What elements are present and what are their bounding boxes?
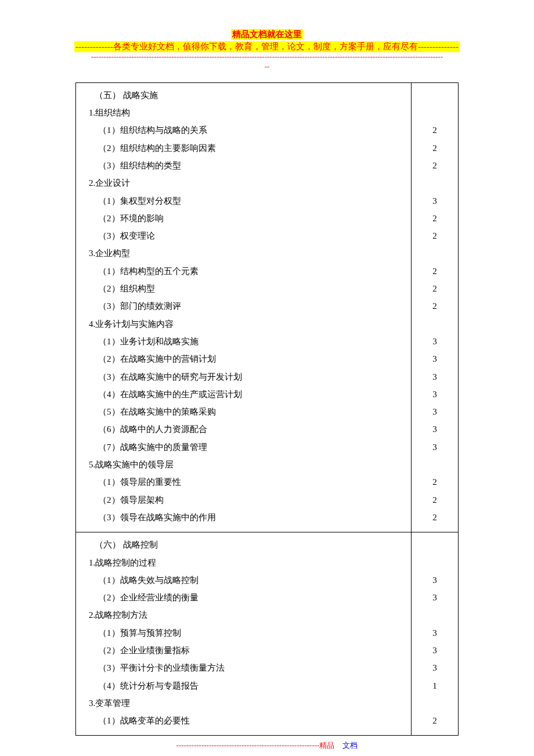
document-footer: ----------------------------------------… bbox=[75, 740, 459, 756]
item-value: 3 bbox=[412, 350, 458, 368]
item-label: （1）集权型对分权型 bbox=[84, 192, 405, 210]
item-value: 2 bbox=[412, 280, 458, 297]
item-value: 2 bbox=[412, 262, 458, 280]
item-label: （2）企业经营业绩的衡量 bbox=[84, 589, 405, 606]
group-title: 3.企业构型 bbox=[84, 244, 405, 262]
item-value: 2 bbox=[412, 157, 458, 174]
item-value: 2 bbox=[412, 473, 458, 491]
item-value: 3 bbox=[412, 624, 458, 642]
section-heading: （六） 战略控制 bbox=[84, 536, 405, 553]
section-content-cell: （五） 战略实施1.组织结构（1）组织结构与战略的关系（2）组织结构的主要影响因… bbox=[76, 82, 412, 532]
group-title: 3.变革管理 bbox=[84, 694, 405, 712]
item-value: 2 bbox=[412, 121, 458, 139]
item-label: （2）环境的影响 bbox=[84, 210, 405, 227]
item-label: （2）组织构型 bbox=[84, 280, 405, 297]
item-value: 3 bbox=[412, 438, 458, 456]
item-value: 3 bbox=[412, 420, 458, 438]
group-title: 5.战略实施中的领导层 bbox=[84, 456, 405, 473]
header-divider-2: -- bbox=[37, 62, 498, 72]
footer-line-1: ----------------------------------------… bbox=[75, 740, 459, 751]
section-content-cell: （六） 战略控制1.战略控制的过程（1）战略失效与战略控制（2）企业经营业绩的衡… bbox=[76, 532, 412, 736]
header-divider: ----------------------------------------… bbox=[37, 52, 498, 62]
item-label: （4）统计分析与专题报告 bbox=[84, 677, 405, 694]
item-value: 3 bbox=[412, 403, 458, 420]
section-number-cell: 33 3331 2 bbox=[412, 532, 459, 736]
footer-jingpin: 精品 bbox=[319, 741, 334, 750]
item-value: 3 bbox=[412, 192, 458, 210]
item-label: （3）在战略实施中的研究与开发计划 bbox=[84, 368, 405, 386]
item-label: （2）企业业绩衡量指标 bbox=[84, 642, 405, 659]
header-title: 精品文档就在这里 bbox=[231, 29, 303, 40]
item-label: （2）组织结构的主要影响因素 bbox=[84, 139, 405, 157]
item-label: （3）平衡计分卡的业绩衡量方法 bbox=[84, 659, 405, 676]
item-label: （2）在战略实施中的营销计划 bbox=[84, 350, 405, 368]
document-page: 精品文档就在这里 -------------各类专业好文档，值得你下载，教育，管… bbox=[0, 0, 534, 756]
item-label: （1）预算与预算控制 bbox=[84, 624, 405, 642]
item-label: （4）在战略实施中的生产或运营计划 bbox=[84, 386, 405, 403]
item-value: 2 bbox=[412, 210, 458, 227]
item-label: （5）在战略实施中的策略采购 bbox=[84, 403, 405, 420]
item-label: （3）组织结构的类型 bbox=[84, 157, 405, 174]
item-value: 3 bbox=[412, 386, 458, 403]
item-label: （1）战略失效与战略控制 bbox=[84, 571, 405, 589]
item-value: 3 bbox=[412, 642, 458, 659]
group-title: 1.战略控制的过程 bbox=[84, 554, 405, 571]
item-value: 2 bbox=[412, 491, 458, 509]
footer-wendang: 文档 bbox=[342, 741, 358, 750]
item-label: （3）权变理论 bbox=[84, 227, 405, 244]
item-label: （1）战略变革的必要性 bbox=[84, 712, 405, 729]
item-value: 3 bbox=[412, 659, 458, 676]
footer-line-2: ----------------------------------------… bbox=[75, 751, 459, 756]
item-label: （1）领导层的重要性 bbox=[84, 473, 405, 491]
item-value: 3 bbox=[412, 589, 458, 606]
section-heading: （五） 战略实施 bbox=[84, 87, 405, 104]
item-label: （7）战略实施中的质量管理 bbox=[84, 438, 405, 456]
item-value: 2 bbox=[412, 712, 458, 729]
item-label: （2）领导层架构 bbox=[84, 491, 405, 509]
group-title: 2.企业设计 bbox=[84, 174, 405, 192]
item-value: 3 bbox=[412, 333, 458, 350]
header-subtitle: -------------各类专业好文档，值得你下载，教育，管理，论文，制度，方… bbox=[74, 41, 460, 52]
item-label: （1）组织结构与战略的关系 bbox=[84, 121, 405, 139]
item-value: 1 bbox=[412, 677, 458, 694]
section-number-cell: 222 322 222 3333333 222 bbox=[412, 82, 459, 532]
item-value: 2 bbox=[412, 509, 458, 526]
item-value: 2 bbox=[412, 297, 458, 315]
item-label: （3）领导在战略实施中的作用 bbox=[84, 509, 405, 526]
content-table: （五） 战略实施1.组织结构（1）组织结构与战略的关系（2）组织结构的主要影响因… bbox=[75, 82, 459, 736]
document-header: 精品文档就在这里 -------------各类专业好文档，值得你下载，教育，管… bbox=[37, 29, 498, 72]
item-value: 3 bbox=[412, 571, 458, 589]
group-title: 4.业务计划与实施内容 bbox=[84, 315, 405, 333]
group-title: 2.战略控制方法 bbox=[84, 606, 405, 624]
item-value: 2 bbox=[412, 227, 458, 244]
item-label: （6）战略中的人力资源配合 bbox=[84, 420, 405, 438]
item-label: （3）部门的绩效测评 bbox=[84, 297, 405, 315]
item-value: 2 bbox=[412, 139, 458, 157]
item-label: （1）结构构型的五个元素 bbox=[84, 262, 405, 280]
group-title: 1.组织结构 bbox=[84, 104, 405, 121]
item-label: （1）业务计划和战略实施 bbox=[84, 333, 405, 350]
item-value: 3 bbox=[412, 368, 458, 386]
